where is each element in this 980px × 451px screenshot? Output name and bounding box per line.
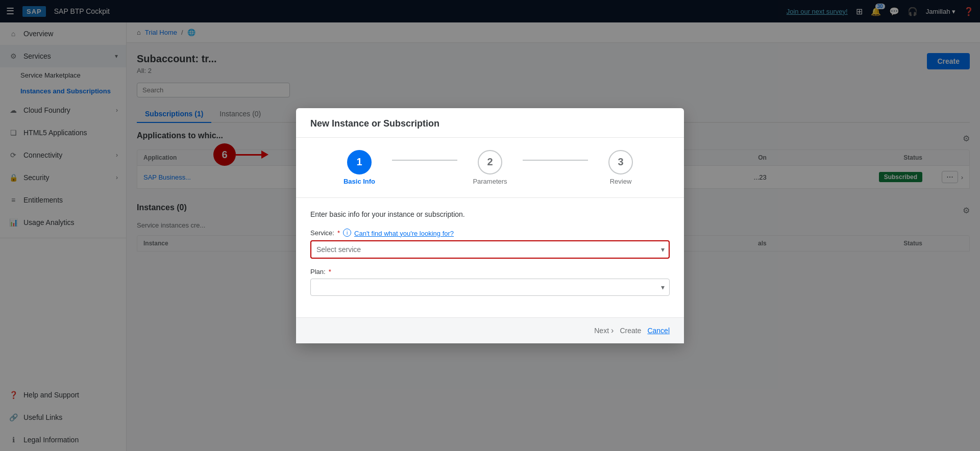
modal-body: Enter basic info for your instance or su…	[296, 198, 684, 317]
modal-footer: Next › Create Cancel	[296, 317, 684, 343]
modal-overlay: New Instance or Subscription 1 Basic Inf…	[0, 0, 980, 451]
modal-title: New Instance or Subscription	[310, 118, 439, 129]
step-line-1-2	[392, 160, 457, 161]
step-label-1: Basic Info	[344, 178, 375, 185]
plan-select-wrapper: ▾	[310, 279, 670, 296]
step-line-2-3	[523, 160, 588, 161]
plan-label: Plan: *	[310, 268, 670, 275]
service-form-row: Service: * i Can't find what you're look…	[310, 229, 670, 259]
stepper: 1 Basic Info 2 Parameters 3 Review	[296, 138, 684, 198]
step-2: 2 Parameters	[457, 150, 523, 185]
plan-form-row: Plan: * ▾	[310, 268, 670, 296]
step-1: 1 Basic Info	[327, 150, 392, 185]
step-circle-2: 2	[478, 150, 502, 174]
step-label-2: Parameters	[473, 178, 507, 185]
modal-header: New Instance or Subscription	[296, 108, 684, 138]
plan-required: *	[329, 268, 331, 275]
step-label-3: Review	[610, 178, 632, 185]
modal-intro: Enter basic info for your instance or su…	[310, 210, 670, 218]
plan-select[interactable]	[310, 279, 670, 296]
step-3: 3 Review	[588, 150, 653, 185]
next-button[interactable]: Next ›	[594, 326, 614, 335]
service-select-wrapper: Select service ▾	[310, 240, 670, 259]
service-select[interactable]: Select service	[310, 240, 670, 259]
cant-find-link[interactable]: Can't find what you're looking for?	[354, 230, 454, 237]
create-modal-button[interactable]: Create	[620, 327, 641, 335]
service-info-icon[interactable]: i	[343, 229, 351, 237]
service-required: *	[337, 229, 340, 237]
service-label: Service: * i Can't find what you're look…	[310, 229, 670, 237]
step-circle-1: 1	[347, 150, 372, 174]
modal: New Instance or Subscription 1 Basic Inf…	[296, 108, 684, 343]
step-circle-3: 3	[608, 150, 633, 174]
cancel-button[interactable]: Cancel	[647, 327, 670, 335]
next-arrow-icon: ›	[611, 326, 614, 335]
